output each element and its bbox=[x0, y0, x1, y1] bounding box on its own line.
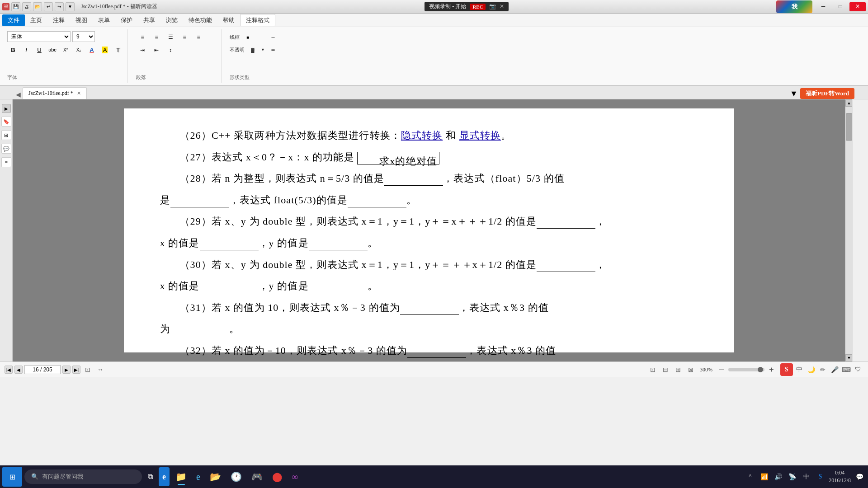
blank-29c[interactable] bbox=[309, 238, 368, 250]
tab-dropdown-btn[interactable]: ▼ bbox=[790, 89, 798, 99]
menu-form[interactable]: 表单 bbox=[93, 14, 115, 26]
zoom-in-btn[interactable]: ＋ bbox=[766, 364, 777, 375]
taskbar-edge[interactable]: e bbox=[193, 467, 204, 486]
redo-btn[interactable]: ↪ bbox=[55, 2, 64, 11]
notification-icon[interactable]: 💬 bbox=[853, 470, 866, 483]
tray-sougou[interactable]: S bbox=[814, 470, 826, 483]
blank-31b[interactable] bbox=[170, 324, 229, 336]
font-color-button[interactable]: A bbox=[86, 44, 98, 56]
menu-home[interactable]: 主页 bbox=[25, 14, 47, 26]
blank-27[interactable]: 求x的绝对值 bbox=[357, 152, 439, 164]
split-view-btn[interactable]: ⊠ bbox=[685, 364, 696, 375]
double-page-btn[interactable]: ⊟ bbox=[660, 364, 671, 375]
shape-line2-btn[interactable]: ═ bbox=[267, 44, 279, 56]
bullets-button[interactable]: ≡ bbox=[136, 31, 149, 43]
taskbar-clock[interactable]: 🕐 bbox=[227, 467, 245, 486]
print-btn[interactable]: 🖨 bbox=[22, 2, 31, 11]
fit-page-btn[interactable]: ⊡ bbox=[82, 364, 93, 375]
bookmark-btn[interactable]: 🔖 bbox=[1, 117, 11, 127]
thumbnail-btn[interactable]: ⊞ bbox=[1, 130, 11, 140]
font-size-select[interactable]: 9 bbox=[72, 31, 95, 42]
zoom-slider[interactable] bbox=[728, 368, 764, 371]
layer-btn[interactable]: ≡ bbox=[1, 157, 11, 167]
justify-button[interactable]: ≡ bbox=[192, 31, 205, 43]
taskbar-search[interactable]: 🔍 有问题尽管问我 bbox=[24, 469, 142, 484]
ime-icon2[interactable]: 🌙 bbox=[806, 364, 816, 375]
taskbar-explorer[interactable]: 📁 bbox=[172, 467, 190, 486]
link-explicit[interactable]: 显式转换 bbox=[459, 130, 501, 141]
pdf-convert-button[interactable]: 福昕PDF转Word bbox=[800, 88, 854, 99]
last-page-btn[interactable]: ▶| bbox=[72, 366, 80, 374]
menu-protect[interactable]: 保护 bbox=[115, 14, 138, 26]
single-page-btn[interactable]: ⊡ bbox=[647, 364, 658, 375]
comment-btn[interactable]: 💬 bbox=[1, 144, 11, 154]
blank-28a[interactable] bbox=[384, 173, 443, 186]
ime-icon5[interactable]: ⌨ bbox=[841, 364, 852, 375]
menu-help[interactable]: 帮助 bbox=[217, 14, 240, 26]
opacity-arrow[interactable]: ▼ bbox=[261, 47, 265, 52]
menu-annotation-format[interactable]: 注释格式 bbox=[240, 14, 275, 26]
scroll-thumb[interactable] bbox=[846, 113, 852, 141]
taskbar-record[interactable]: ⬤ bbox=[269, 467, 286, 486]
tray-up-arrow[interactable]: ^ bbox=[744, 470, 756, 483]
ime-icon3[interactable]: ✏ bbox=[817, 364, 828, 375]
zoom-thumb[interactable] bbox=[758, 367, 763, 372]
menu-file[interactable]: 文件 bbox=[2, 14, 25, 26]
fit-width-btn[interactable]: ↔ bbox=[95, 364, 106, 375]
blank-32a[interactable] bbox=[407, 345, 466, 358]
ime-icon4[interactable]: 🎤 bbox=[829, 364, 840, 375]
align-center-button[interactable]: ☰ bbox=[164, 31, 177, 43]
menu-special[interactable]: 特色功能 bbox=[183, 14, 217, 26]
first-page-btn[interactable]: |◀ bbox=[5, 366, 13, 374]
underline-button[interactable]: U bbox=[33, 44, 45, 56]
taskbar-taskview[interactable]: ⧉ bbox=[144, 467, 156, 486]
tab-close-btn[interactable]: ✕ bbox=[77, 90, 81, 96]
align-left-button[interactable]: ≡ bbox=[150, 31, 163, 43]
bold-button[interactable]: B bbox=[7, 44, 19, 56]
indent-decrease-button[interactable]: ⇤ bbox=[150, 44, 163, 56]
blank-28c[interactable] bbox=[348, 195, 406, 207]
font-name-select[interactable]: 宋体 bbox=[7, 31, 71, 42]
opacity-btn[interactable]: ▓ bbox=[246, 44, 259, 56]
scroll-up-btn[interactable]: ▲ bbox=[845, 99, 853, 107]
highlight-button[interactable]: A bbox=[99, 44, 111, 56]
rec-button[interactable]: REC bbox=[470, 4, 486, 10]
sougou-icon[interactable]: S bbox=[780, 363, 793, 376]
menu-view[interactable]: 视图 bbox=[70, 14, 93, 26]
line-height-button[interactable]: ↕ bbox=[164, 44, 177, 56]
next-page-btn[interactable]: ▶ bbox=[62, 366, 71, 374]
shape-line-btn[interactable]: ─ bbox=[267, 31, 279, 43]
save-btn[interactable]: 💾 bbox=[11, 2, 20, 11]
menu-browse[interactable]: 浏览 bbox=[160, 14, 183, 26]
camera-icon[interactable]: 📷 bbox=[489, 3, 496, 10]
taskbar-ie[interactable]: e bbox=[159, 467, 170, 486]
tray-network[interactable]: 📶 bbox=[758, 470, 770, 483]
blank-31a[interactable] bbox=[400, 302, 459, 315]
tray-ime-ch[interactable]: 中 bbox=[800, 470, 812, 483]
undo-btn[interactable]: ↩ bbox=[44, 2, 53, 11]
scroll-mode-btn[interactable]: ⊞ bbox=[673, 364, 684, 375]
ime-icon1[interactable]: 中 bbox=[794, 364, 805, 375]
start-button[interactable]: ⊞ bbox=[2, 467, 22, 487]
superscript-button[interactable]: X² bbox=[60, 44, 71, 56]
blank-30a[interactable] bbox=[537, 259, 595, 272]
blank-29b[interactable] bbox=[200, 238, 259, 250]
taskbar-game[interactable]: 🎮 bbox=[248, 467, 266, 486]
tray-volume[interactable]: 🔊 bbox=[772, 470, 784, 483]
prev-page-btn[interactable]: ◀ bbox=[14, 366, 23, 374]
scroll-down-btn[interactable]: ▼ bbox=[845, 354, 853, 361]
shadow-button[interactable]: T bbox=[112, 44, 124, 56]
border-color-btn[interactable]: ■ bbox=[241, 31, 254, 43]
italic-button[interactable]: I bbox=[20, 44, 32, 56]
close-button[interactable]: ✕ bbox=[849, 2, 866, 11]
menu-share[interactable]: 共享 bbox=[138, 14, 160, 26]
maximize-button[interactable]: □ bbox=[832, 2, 849, 11]
taskbar-infinity[interactable]: ∞ bbox=[288, 467, 302, 486]
close-video-icon[interactable]: ✕ bbox=[500, 3, 504, 10]
panel-collapse-btn[interactable]: ▶ bbox=[2, 104, 11, 113]
menu-annotation[interactable]: 注释 bbox=[47, 14, 70, 26]
indent-increase-button[interactable]: ⇥ bbox=[136, 44, 149, 56]
system-clock[interactable]: 0:04 2016/12/8 bbox=[829, 469, 851, 484]
link-implicit[interactable]: 隐式转换 bbox=[401, 130, 443, 141]
blank-30c[interactable] bbox=[309, 281, 368, 293]
